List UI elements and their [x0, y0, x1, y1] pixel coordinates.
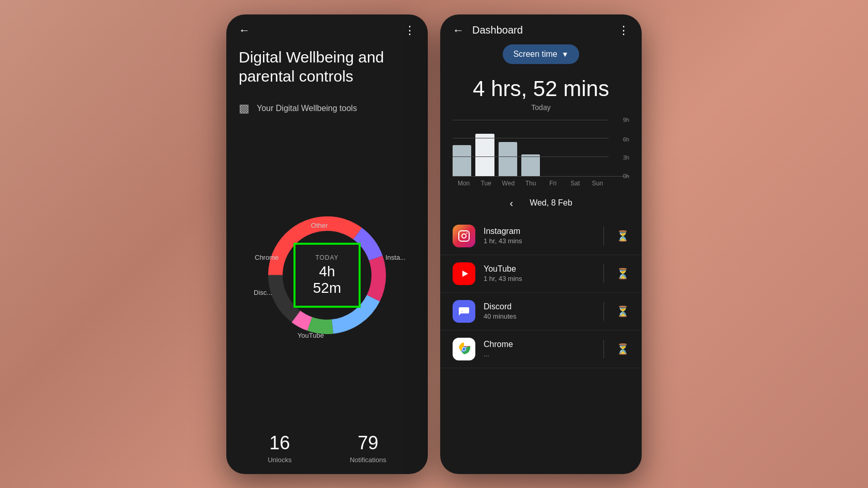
chrome-label: Chrome: [255, 254, 278, 261]
donut-chart-area[interactable]: Chrome Other Insta... Disc... YouTube: [226, 125, 428, 420]
dropdown-arrow-icon: ▼: [562, 50, 569, 58]
page-title: Digital Wellbeing and parental controls: [226, 42, 428, 97]
days-row: Mon Tue Wed Thu Fri Sat Sun: [453, 177, 629, 187]
current-date: Wed, 8 Feb: [530, 198, 572, 208]
other-label: Other: [311, 222, 328, 229]
day-mon: Mon: [453, 180, 475, 187]
back-button[interactable]: ←: [239, 24, 250, 37]
timer-icon[interactable]: ⏳: [616, 305, 629, 318]
timer-icon[interactable]: ⏳: [616, 230, 629, 242]
prev-date-button[interactable]: ‹: [509, 197, 513, 209]
background: ← ⋮ Digital Wellbeing and parental contr…: [0, 0, 868, 488]
app-list: Instagram 1 hr, 43 mins ⏳ YouTube 1 hr, …: [440, 217, 642, 474]
grid-line-6h: [453, 138, 609, 138]
list-item[interactable]: Instagram 1 hr, 43 mins ⏳: [440, 217, 642, 255]
timer-icon[interactable]: ⏳: [616, 343, 629, 355]
back-button-right[interactable]: ←: [453, 24, 464, 37]
bar-chart-grid: 9h 6h 3h 0h: [453, 120, 629, 177]
date-nav: ‹ Wed, 8 Feb: [440, 189, 642, 217]
digital-tools-label: Your Digital Wellbeing tools: [257, 104, 357, 113]
instagram-label: Insta...: [385, 254, 406, 261]
notifications-stat: 79 Notifications: [350, 432, 386, 464]
bar-chart-icon: ▩: [239, 102, 250, 115]
chrome-info: Chrome ...: [484, 340, 591, 358]
instagram-info: Instagram 1 hr, 43 mins: [484, 227, 591, 245]
top-bar-left: ← Dashboard: [453, 24, 523, 37]
divider: [603, 302, 604, 321]
svg-point-8: [462, 234, 466, 238]
grid-line-3h: [453, 156, 609, 157]
total-time: 4 hrs, 52 mins: [440, 76, 642, 101]
youtube-time: 1 hr, 43 mins: [484, 275, 591, 282]
more-menu-button[interactable]: ⋮: [404, 24, 415, 37]
youtube-icon: [453, 262, 475, 285]
today-sublabel: Today: [440, 103, 642, 112]
list-item[interactable]: Chrome ... ⏳: [440, 330, 642, 368]
day-wed: Wed: [497, 180, 519, 187]
day-thu: Thu: [519, 180, 541, 187]
svg-marker-10: [462, 271, 468, 277]
discord-info: Discord 40 minutes: [484, 302, 591, 320]
left-top-bar: ← ⋮: [226, 14, 428, 42]
discord-name: Discord: [484, 302, 591, 311]
youtube-info: YouTube 1 hr, 43 mins: [484, 264, 591, 282]
notifications-number: 79: [350, 432, 386, 454]
donut-container: Chrome Other Insta... Disc... YouTube: [260, 208, 394, 342]
grid-line-9h: [453, 120, 609, 120]
screen-time-button[interactable]: Screen time ▼: [503, 44, 579, 64]
right-top-bar: ← Dashboard ⋮: [440, 14, 642, 44]
y-label-9h: 9h: [623, 117, 629, 123]
discord-label: Disc...: [254, 289, 272, 296]
chrome-icon: [453, 338, 475, 360]
svg-point-9: [466, 232, 467, 233]
divider: [603, 340, 604, 358]
day-fri: Fri: [542, 180, 564, 187]
chrome-time: ...: [484, 350, 591, 358]
divider: [603, 264, 604, 283]
donut-center: TODAY 4h 52m: [293, 243, 361, 308]
youtube-name: YouTube: [484, 264, 591, 274]
list-item[interactable]: YouTube 1 hr, 43 mins ⏳: [440, 255, 642, 293]
instagram-time: 1 hr, 43 mins: [484, 237, 591, 245]
today-label: TODAY: [310, 254, 344, 261]
chrome-name: Chrome: [484, 340, 591, 349]
stats-row: 16 Unlocks 79 Notifications: [226, 420, 428, 474]
timer-icon[interactable]: ⏳: [616, 267, 629, 280]
y-label-0h: 0h: [623, 173, 629, 179]
digital-tools-row: ▩ Your Digital Wellbeing tools: [226, 97, 428, 125]
bar-chart: 9h 6h 3h 0h: [440, 120, 642, 187]
instagram-name: Instagram: [484, 227, 591, 236]
y-label-6h: 6h: [623, 136, 629, 143]
day-tue: Tue: [475, 180, 497, 187]
list-item[interactable]: Discord 40 minutes ⏳: [440, 293, 642, 330]
notifications-label: Notifications: [350, 456, 386, 464]
grid-lines: 9h 6h 3h 0h: [453, 120, 629, 176]
svg-rect-7: [459, 231, 469, 241]
divider: [603, 227, 604, 245]
donut-time: 4h 52m: [310, 263, 344, 296]
right-phone: ← Dashboard ⋮ Screen time ▼ 4 hrs, 52 mi…: [440, 14, 642, 474]
svg-point-14: [462, 348, 466, 351]
screen-time-label: Screen time: [513, 50, 557, 59]
y-label-3h: 3h: [623, 154, 629, 161]
unlocks-number: 16: [268, 432, 291, 454]
discord-icon: [453, 300, 475, 323]
instagram-icon: [453, 225, 475, 247]
discord-time: 40 minutes: [484, 312, 591, 320]
unlocks-label: Unlocks: [268, 456, 291, 464]
youtube-label: YouTube: [298, 332, 324, 339]
dashboard-title: Dashboard: [472, 24, 523, 36]
day-sun: Sun: [586, 180, 609, 187]
unlocks-stat: 16 Unlocks: [268, 432, 291, 464]
left-phone: ← ⋮ Digital Wellbeing and parental contr…: [226, 14, 428, 474]
more-menu-button-right[interactable]: ⋮: [618, 24, 629, 37]
day-sat: Sat: [564, 180, 586, 187]
